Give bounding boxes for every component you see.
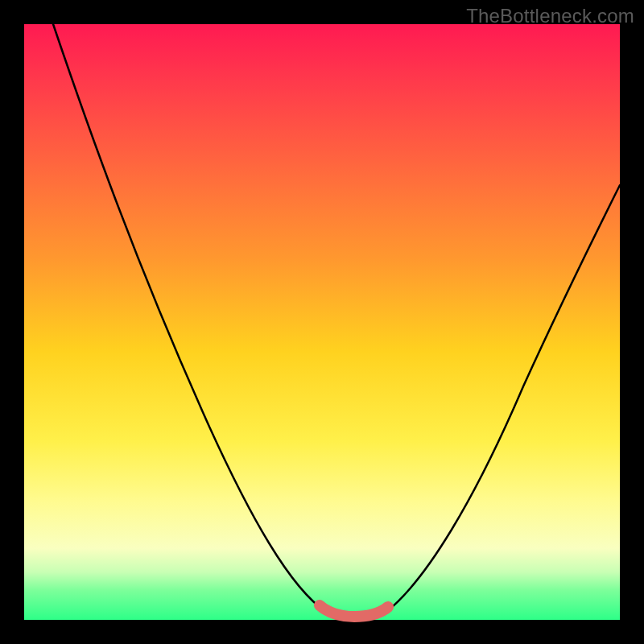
left-curve — [53, 24, 326, 612]
curve-layer — [24, 24, 620, 620]
right-curve — [386, 185, 620, 612]
bottom-highlight — [320, 605, 388, 617]
watermark-text: TheBottleneck.com — [466, 5, 634, 27]
chart-frame: TheBottleneck.com — [0, 0, 644, 644]
plot-area — [24, 24, 620, 620]
